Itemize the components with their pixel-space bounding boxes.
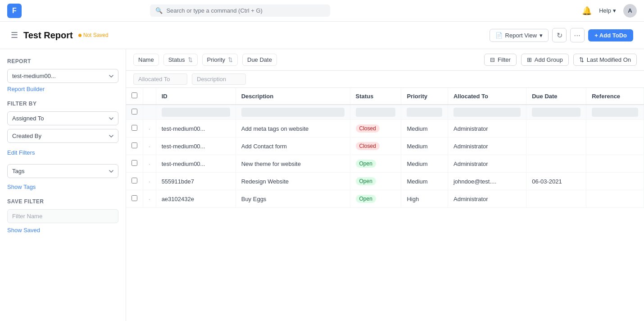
menu-icon[interactable]: ☰ bbox=[11, 30, 18, 40]
filter-checkbox-cell[interactable] bbox=[126, 105, 143, 120]
row-priority[interactable]: Medium bbox=[401, 173, 448, 190]
row-status[interactable]: Open bbox=[350, 173, 401, 190]
row-reference[interactable] bbox=[586, 138, 644, 155]
filter-reference-cell[interactable] bbox=[586, 105, 644, 120]
row-allocated-to[interactable]: Administrator bbox=[448, 138, 526, 155]
page-title: Test Report bbox=[23, 30, 73, 41]
row-status[interactable]: Closed bbox=[350, 120, 401, 138]
row-due-date[interactable] bbox=[526, 190, 586, 208]
topnav: F 🔍 Search or type a command (Ctrl + G) … bbox=[0, 0, 644, 22]
topnav-right: 🔔 Help ▾ A bbox=[582, 4, 637, 18]
filter-assigned-select[interactable]: Assigned To Created By Tags bbox=[7, 111, 118, 125]
allocated-to-field[interactable]: Allocated To bbox=[133, 73, 187, 85]
filter-allocated-cell[interactable] bbox=[448, 105, 526, 120]
bell-icon[interactable]: 🔔 bbox=[582, 6, 592, 16]
tags-select[interactable]: Tags Priority Status bbox=[7, 164, 118, 178]
allocated-to-column-header: Allocated To bbox=[448, 88, 526, 105]
row-allocated-to[interactable]: Administrator bbox=[448, 155, 526, 173]
chevron-icon: ⇅ bbox=[228, 56, 233, 63]
show-tags-link[interactable]: Show Tags bbox=[7, 183, 36, 190]
row-checkbox[interactable] bbox=[132, 125, 137, 131]
sub-toolbar: Allocated To Description bbox=[126, 71, 644, 88]
table-row: · test-medium00... Add Contact form Clos… bbox=[126, 138, 644, 155]
help-button[interactable]: Help ▾ bbox=[599, 7, 616, 14]
status-field[interactable]: Status ⇅ bbox=[163, 54, 198, 66]
due-date-field[interactable]: Due Date bbox=[242, 54, 277, 66]
row-status[interactable]: Open bbox=[350, 155, 401, 173]
row-id[interactable]: test-medium00... bbox=[156, 155, 236, 173]
filter-button[interactable]: ⊟ Filter bbox=[484, 54, 517, 66]
report-builder-link[interactable]: Report Builder bbox=[7, 86, 45, 92]
tags-group: Tags Priority Status Show Tags bbox=[7, 164, 118, 190]
search-icon: 🔍 bbox=[155, 7, 163, 14]
row-priority[interactable]: Medium bbox=[401, 120, 448, 138]
row-checkbox-cell[interactable] bbox=[126, 190, 143, 208]
row-allocated-to[interactable]: Administrator bbox=[448, 190, 526, 208]
filter-row-checkbox[interactable] bbox=[132, 109, 137, 115]
row-status[interactable]: Open bbox=[350, 190, 401, 208]
show-saved-link[interactable]: Show Saved bbox=[7, 227, 40, 234]
priority-field[interactable]: Priority ⇅ bbox=[202, 54, 238, 66]
row-description[interactable]: New theme for website bbox=[236, 155, 350, 173]
description-column-header: Description bbox=[236, 88, 350, 105]
filter-created-select[interactable]: Created By Assigned To Tags bbox=[7, 129, 118, 143]
row-description[interactable]: Add meta tags on website bbox=[236, 120, 350, 138]
due-date-column-header: Due Date bbox=[526, 88, 586, 105]
save-filter-group: Save Filter Show Saved bbox=[7, 198, 118, 234]
row-id[interactable]: 555911bde7 bbox=[156, 173, 236, 190]
edit-filters-link[interactable]: Edit Filters bbox=[7, 149, 35, 156]
row-checkbox-cell[interactable] bbox=[126, 138, 143, 155]
row-reference[interactable] bbox=[586, 173, 644, 190]
avatar[interactable]: A bbox=[623, 4, 637, 18]
filter-priority-cell[interactable] bbox=[401, 105, 448, 120]
row-priority[interactable]: High bbox=[401, 190, 448, 208]
report-icon: 📄 bbox=[495, 32, 503, 39]
report-view-button[interactable]: 📄 Report View ▾ bbox=[490, 29, 549, 42]
name-field[interactable]: Name bbox=[133, 54, 159, 66]
dot-header bbox=[143, 88, 156, 105]
filter-description-cell[interactable] bbox=[236, 105, 350, 120]
row-checkbox-cell[interactable] bbox=[126, 173, 143, 190]
row-reference[interactable] bbox=[586, 120, 644, 138]
row-id[interactable]: test-medium00... bbox=[156, 138, 236, 155]
reference-column-header: Reference bbox=[586, 88, 644, 105]
row-allocated-to[interactable]: Administrator bbox=[448, 120, 526, 138]
row-checkbox-cell[interactable] bbox=[126, 155, 143, 173]
app-logo[interactable]: F bbox=[7, 4, 22, 18]
row-id[interactable]: test-medium00... bbox=[156, 120, 236, 138]
row-due-date[interactable] bbox=[526, 120, 586, 138]
row-checkbox[interactable] bbox=[132, 178, 137, 183]
filter-id-cell[interactable] bbox=[156, 105, 236, 120]
row-id[interactable]: ae3102432e bbox=[156, 190, 236, 208]
row-checkbox[interactable] bbox=[132, 142, 137, 148]
add-todo-button[interactable]: + Add ToDo bbox=[588, 29, 633, 41]
row-reference[interactable] bbox=[586, 155, 644, 173]
search-bar[interactable]: 🔍 Search or type a command (Ctrl + G) bbox=[150, 5, 330, 17]
row-allocated-to[interactable]: johndoe@test.... bbox=[448, 173, 526, 190]
select-all-checkbox[interactable] bbox=[132, 92, 137, 98]
filter-row bbox=[126, 105, 644, 120]
report-select[interactable]: test-medium00... All ToDos My ToDos bbox=[7, 69, 118, 83]
filter-name-input[interactable] bbox=[7, 209, 118, 223]
row-description[interactable]: Add Contact form bbox=[236, 138, 350, 155]
refresh-button[interactable]: ↻ bbox=[552, 28, 567, 42]
row-priority[interactable]: Medium bbox=[401, 155, 448, 173]
row-status[interactable]: Closed bbox=[350, 138, 401, 155]
row-description[interactable]: Redesign Website bbox=[236, 173, 350, 190]
row-due-date[interactable] bbox=[526, 155, 586, 173]
row-reference[interactable] bbox=[586, 190, 644, 208]
filter-status-cell[interactable] bbox=[350, 105, 401, 120]
row-due-date[interactable] bbox=[526, 138, 586, 155]
row-checkbox[interactable] bbox=[132, 195, 137, 201]
sort-button[interactable]: ⇅ Last Modified On bbox=[573, 54, 637, 66]
filter-due-date-cell[interactable] bbox=[526, 105, 586, 120]
row-checkbox-cell[interactable] bbox=[126, 120, 143, 138]
more-options-button[interactable]: ··· bbox=[570, 28, 585, 42]
row-checkbox[interactable] bbox=[132, 160, 137, 166]
select-all-header[interactable] bbox=[126, 88, 143, 105]
add-group-button[interactable]: ⊞ Add Group bbox=[521, 54, 569, 66]
row-priority[interactable]: Medium bbox=[401, 138, 448, 155]
description-field[interactable]: Description bbox=[192, 73, 246, 85]
row-description[interactable]: Buy Eggs bbox=[236, 190, 350, 208]
row-due-date[interactable]: 06-03-2021 bbox=[526, 173, 586, 190]
